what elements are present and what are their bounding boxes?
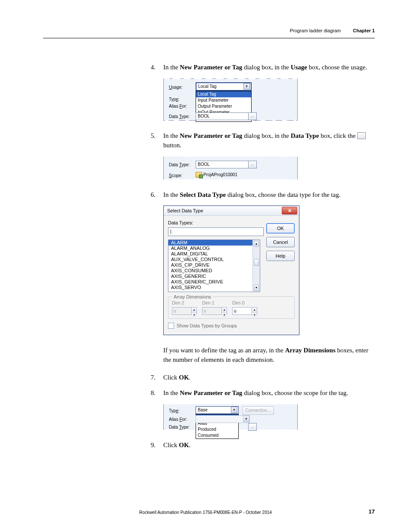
label-data-type-2: Data Type: <box>169 162 190 168</box>
label-usage: Usage: <box>169 84 183 90</box>
header-rule <box>43 38 375 38</box>
step-4: 4. In the New Parameter or Tag dialog bo… <box>148 62 376 72</box>
spinner-up-icon: ▴ <box>222 308 227 313</box>
data-type-field-2-value: BOOL <box>198 161 210 168</box>
step-8-text: In the New Parameter or Tag dialog box, … <box>163 388 376 398</box>
scroll-thumb[interactable] <box>254 259 259 266</box>
page-header: Program ladder diagram Chapter 1 <box>290 28 375 33</box>
usage-combo-value: Local Tag <box>198 83 217 90</box>
figure-data-type-row: Data Type: BOOL … Scope: ProjAProg010001 <box>163 156 376 180</box>
label-type-2: Type: <box>169 408 179 414</box>
step-7: 7. Click OK. <box>148 373 376 383</box>
type-option-consumed[interactable]: Consumed <box>196 432 238 439</box>
scroll-up-icon[interactable]: ▴ <box>254 241 259 247</box>
footer-text: Rockwell Automation Publication 1756-PM0… <box>0 510 411 515</box>
page-number: 17 <box>369 508 375 515</box>
type-option-produced[interactable]: Produced <box>196 426 238 432</box>
list-item[interactable]: AUX_VALVE_CONTROL <box>168 257 260 262</box>
step-6-number: 6. <box>148 190 156 200</box>
main-content: 4. In the New Parameter or Tag dialog bo… <box>148 62 376 456</box>
cancel-button[interactable]: Cancel <box>266 237 295 247</box>
program-icon <box>196 172 202 177</box>
scope-value: ProjAProg010001 <box>203 171 237 178</box>
step-5-number: 5. <box>148 131 156 150</box>
dialog-button-column: OK Cancel Help <box>266 223 295 261</box>
label-data-type-4: Data Type: <box>169 424 190 430</box>
step-4-number: 4. <box>148 62 156 72</box>
step-9: 9. Click OK. <box>148 440 376 450</box>
show-by-groups-label: Show Data Types by Groups <box>177 322 237 330</box>
ellipsis-button-4[interactable]: … <box>248 423 257 431</box>
spinner-down-icon[interactable]: ▾ <box>252 313 257 317</box>
usage-option-input-parameter[interactable]: Input Parameter <box>196 97 251 103</box>
help-button[interactable]: Help <box>266 251 295 261</box>
list-item[interactable]: ALARM_ANALOG <box>168 246 260 251</box>
label-alias-for: Alias For: <box>169 103 187 109</box>
usage-option-local-tag[interactable]: Local Tag <box>196 91 251 97</box>
chevron-down-icon: ▼ <box>243 416 249 422</box>
step-6: 6. In the Select Data Type dialog box, c… <box>148 190 376 200</box>
dim-0-input[interactable] <box>232 307 252 315</box>
dialog-title: Select Data Type <box>167 207 203 215</box>
ok-button[interactable]: OK <box>266 223 295 233</box>
step-7-number: 7. <box>148 373 156 383</box>
scope-value-row: ProjAProg010001 <box>196 171 237 178</box>
label-alias-for-2: Alias For: <box>169 416 187 423</box>
step-9-number: 9. <box>148 440 156 450</box>
dim-1: Dim 1 ▴▾ <box>202 299 227 315</box>
label-data-type: Data Type: <box>169 113 190 120</box>
select-data-type-dialog: Select Data Type ✕ Data Types: | ALARM A… <box>163 205 299 335</box>
checkbox-icon[interactable] <box>168 323 174 329</box>
dim-0-spinner[interactable]: ▴▾ <box>232 307 257 315</box>
step-4-text: In the New Parameter or Tag dialog box, … <box>163 62 376 72</box>
step-5-text: In the New Parameter or Tag dialog box, … <box>163 131 376 150</box>
dim-2-spinner: ▴▾ <box>172 307 197 315</box>
page: { "header": { "section": "Program ladder… <box>0 0 411 532</box>
step-9-text: Click OK. <box>163 440 376 450</box>
dim-0-label: Dim 0 <box>232 299 257 307</box>
data-type-field[interactable]: BOOL <box>196 112 250 120</box>
label-scope: Scope: <box>169 172 182 179</box>
dim-2: Dim 2 ▴▾ <box>172 299 197 315</box>
ellipsis-button[interactable]: … <box>248 112 257 120</box>
show-by-groups-row[interactable]: Show Data Types by Groups <box>168 322 295 330</box>
ellipsis-button-2[interactable]: … <box>248 161 257 168</box>
chevron-down-icon[interactable]: ▼ <box>243 83 250 90</box>
header-chapter: Chapter 1 <box>353 28 375 33</box>
data-type-field-value: BOOL <box>198 113 210 119</box>
close-button[interactable]: ✕ <box>282 207 297 215</box>
data-type-field-2[interactable]: BOOL <box>196 161 250 168</box>
step-5: 5. In the New Parameter or Tag dialog bo… <box>148 131 376 150</box>
list-item[interactable]: AXIS_SERVO <box>168 285 260 290</box>
list-item[interactable]: AXIS_CIP_DRIVE <box>168 262 260 268</box>
dim-0: Dim 0 ▴▾ <box>232 299 257 315</box>
chevron-down-icon[interactable]: ▼ <box>231 407 237 413</box>
usage-option-output-parameter[interactable]: Output Parameter <box>196 103 251 109</box>
spinner-up-icon[interactable]: ▴ <box>252 308 257 313</box>
list-item[interactable]: AXIS_GENERIC <box>168 274 260 279</box>
dim-1-input <box>202 307 221 315</box>
scrollbar[interactable]: ▴ ▾ <box>252 240 260 292</box>
list-item[interactable]: ALARM_DIGITAL <box>168 251 260 257</box>
figure-type-dropdown: Type: Alias For: Data Type: Base ▼ Base … <box>163 404 376 430</box>
dim-1-spinner: ▴▾ <box>202 307 227 315</box>
array-dimensions-legend: Array Dimensions <box>172 293 213 301</box>
dim-2-input <box>172 307 191 315</box>
scroll-down-icon[interactable]: ▾ <box>254 285 259 291</box>
list-item[interactable]: AXIS_GENERIC_DRIVE <box>168 279 260 285</box>
array-dimensions-group: Array Dimensions Dim 2 ▴▾ Dim 1 <box>168 296 295 319</box>
step-8-number: 8. <box>148 388 156 398</box>
figure-select-data-type-dialog: Select Data Type ✕ Data Types: | ALARM A… <box>163 205 376 335</box>
type-combo-value: Base <box>198 407 208 413</box>
figure-usage-dropdown: Usage: Type: Alias For: Data Type: Local… <box>163 78 376 121</box>
step-8: 8. In the New Parameter or Tag dialog bo… <box>148 388 376 398</box>
spinner-down-icon: ▾ <box>222 313 227 317</box>
connection-button: Connection... <box>242 406 274 415</box>
list-item[interactable]: AXIS_CONSUMED <box>168 268 260 274</box>
data-type-search-input[interactable]: | <box>168 227 264 236</box>
alias-for-combo-disabled: ▼ <box>196 415 250 423</box>
data-type-listbox[interactable]: ALARM ALARM_ANALOG ALARM_DIGITAL AUX_VAL… <box>168 240 260 292</box>
label-type: Type: <box>169 96 179 103</box>
list-item[interactable]: ALARM <box>168 240 260 246</box>
spinner-down-icon: ▾ <box>192 313 196 317</box>
